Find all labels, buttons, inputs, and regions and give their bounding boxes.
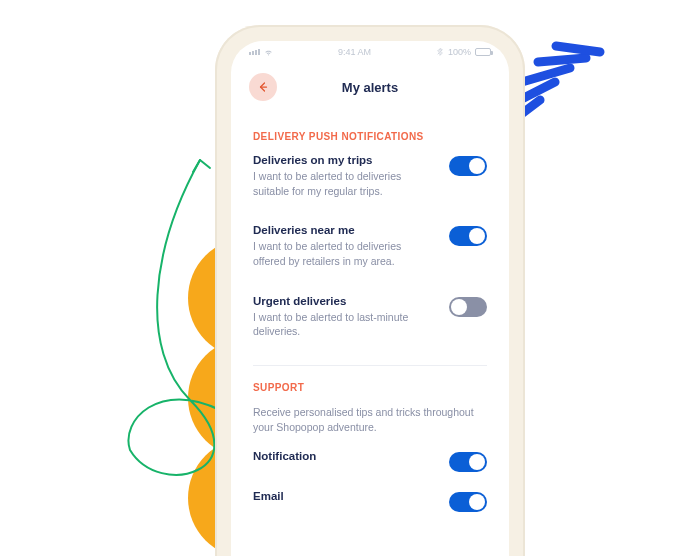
section-label-delivery: DELIVERY PUSH NOTIFICATIONS [253,131,487,142]
wifi-icon [264,48,273,57]
phone-frame: 9:41 AM 100% [215,25,525,556]
toggle-deliveries-trips[interactable] [449,156,487,176]
bluetooth-icon [436,47,444,57]
screen: 9:41 AM 100% [231,41,509,556]
divider [253,365,487,366]
setting-title: Notification [253,450,435,462]
setting-desc: I want to be alerted to deliveries offer… [253,239,435,268]
status-time: 9:41 AM [338,47,371,57]
setting-row-trips: Deliveries on my trips I want to be aler… [253,154,487,198]
back-button[interactable] [249,73,277,101]
toggle-support-notification[interactable] [449,452,487,472]
setting-title: Deliveries on my trips [253,154,435,166]
content: DELIVERY PUSH NOTIFICATIONS Deliveries o… [231,115,509,556]
header: My alerts [231,63,509,115]
toggle-support-email[interactable] [449,492,487,512]
arrow-left-icon [257,81,269,93]
signal-icon [249,49,260,55]
setting-row-urgent: Urgent deliveries I want to be alerted t… [253,295,487,339]
setting-desc: I want to be alerted to deliveries suita… [253,169,435,198]
toggle-deliveries-near[interactable] [449,226,487,246]
setting-title: Urgent deliveries [253,295,435,307]
battery-icon [475,48,491,56]
toggle-deliveries-urgent[interactable] [449,297,487,317]
status-right: 100% [436,47,491,57]
section-label-support: SUPPORT [253,382,487,393]
setting-title: Email [253,490,435,502]
svg-line-4 [556,46,600,52]
setting-desc: I want to be alerted to last-minute deli… [253,310,435,339]
setting-row-email: Email [253,490,487,512]
setting-row-notification: Notification [253,450,487,472]
battery-text: 100% [448,47,471,57]
setting-row-near: Deliveries near me I want to be alerted … [253,224,487,268]
status-bar: 9:41 AM 100% [231,41,509,63]
status-left [249,48,273,57]
svg-line-3 [538,58,586,62]
section-desc-support: Receive personalised tips and tricks thr… [253,405,487,435]
phone-inner: 9:41 AM 100% [225,35,515,556]
setting-title: Deliveries near me [253,224,435,236]
svg-line-2 [522,68,570,82]
